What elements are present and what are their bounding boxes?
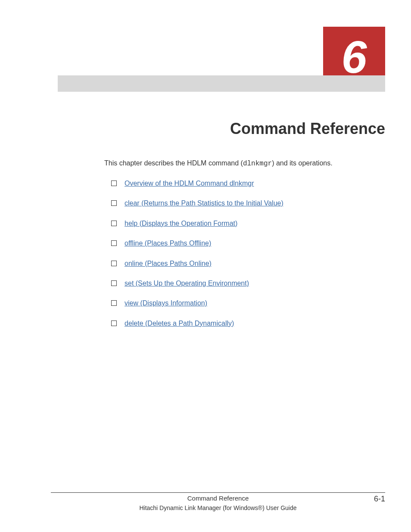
footer-row: Command Reference 6-1 (51, 495, 385, 504)
page-title: Command Reference (230, 120, 385, 138)
checkbox-icon (111, 180, 117, 186)
footer-section-title: Command Reference (51, 495, 385, 502)
footer-guide-title: Hitachi Dynamic Link Manager (for Window… (51, 504, 385, 511)
toc-link-delete[interactable]: delete (Deletes a Path Dynamically) (125, 319, 234, 328)
footer-divider (51, 492, 385, 493)
toc-link-online[interactable]: online (Places Paths Online) (125, 259, 212, 268)
page-number: 6-1 (374, 495, 385, 504)
toc-link-offline[interactable]: offline (Places Paths Offline) (125, 239, 211, 248)
toc-item: delete (Deletes a Path Dynamically) (111, 319, 385, 328)
checkbox-icon (111, 300, 117, 306)
checkbox-icon (111, 261, 117, 266)
header-band (58, 75, 385, 92)
toc-link-help[interactable]: help (Displays the Operation Format) (125, 219, 237, 228)
checkbox-icon (111, 280, 117, 286)
toc-item: view (Displays Information) (111, 299, 385, 308)
checkbox-icon (111, 320, 117, 326)
toc-item: set (Sets Up the Operating Environment) (111, 279, 385, 288)
toc-link-overview[interactable]: Overview of the HDLM Command dlnkmgr (125, 179, 254, 188)
header-gray-bar (58, 75, 385, 92)
toc-item: Overview of the HDLM Command dlnkmgr (111, 179, 385, 188)
checkbox-icon (111, 240, 117, 246)
intro-code: dlnkmgr (243, 160, 272, 168)
checkbox-icon (111, 221, 117, 226)
toc-item: clear (Returns the Path Statistics to th… (111, 199, 385, 208)
chapter-number: 6 (342, 34, 367, 80)
toc-item: offline (Places Paths Offline) (111, 239, 385, 248)
toc-link-view[interactable]: view (Displays Information) (125, 299, 207, 308)
table-of-contents: Overview of the HDLM Command dlnkmgr cle… (111, 179, 385, 339)
checkbox-icon (111, 200, 117, 206)
intro-suffix: ) and its operations. (272, 159, 333, 167)
toc-item: help (Displays the Operation Format) (111, 219, 385, 228)
intro-prefix: This chapter describes the HDLM command … (104, 159, 243, 167)
intro-paragraph: This chapter describes the HDLM command … (104, 159, 385, 168)
toc-link-clear[interactable]: clear (Returns the Path Statistics to th… (125, 199, 283, 208)
toc-item: online (Places Paths Online) (111, 259, 385, 268)
toc-link-set[interactable]: set (Sets Up the Operating Environment) (125, 279, 249, 288)
page-footer: Command Reference 6-1 Hitachi Dynamic Li… (51, 492, 385, 511)
